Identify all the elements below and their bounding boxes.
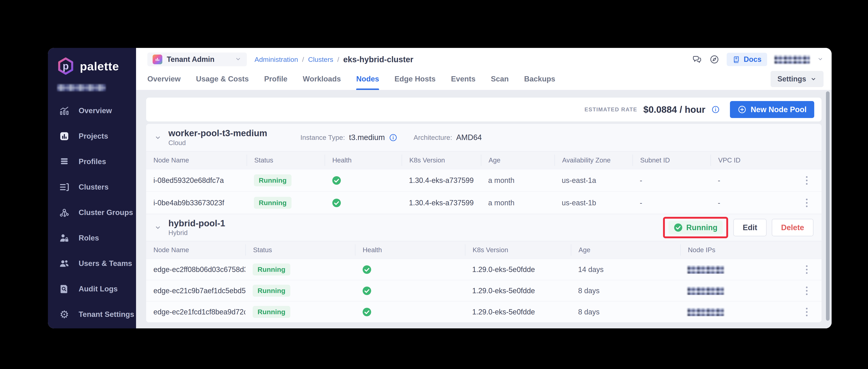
docs-button[interactable]: Docs	[727, 53, 767, 66]
screenshot-root: p palette Overview	[0, 0, 868, 369]
network-nodes-icon	[59, 207, 70, 218]
sidebar-item-label: Tenant Settings	[79, 310, 134, 319]
health-ok-icon	[362, 286, 372, 296]
node-ips-cell	[680, 286, 792, 295]
k8s-version-cell: 1.29.0-eks-5e0fdde	[465, 308, 571, 316]
health-cell	[324, 198, 402, 208]
settings-button[interactable]: Settings	[771, 71, 824, 87]
user-name-redacted	[774, 55, 810, 64]
new-node-pool-button[interactable]: New Node Pool	[730, 101, 814, 118]
vpc-id-cell: -	[711, 198, 792, 207]
instance-type-label: Instance Type:	[300, 133, 345, 142]
pool-actions: Running Edit Delete	[663, 217, 813, 238]
row-actions-kebab[interactable]	[792, 265, 822, 274]
breadcrumb-clusters[interactable]: Clusters	[308, 56, 333, 63]
person-lock-icon	[59, 233, 70, 244]
main-area: Tenant Admin Administration / Clusters /…	[136, 48, 832, 328]
table-row: i-08ed59320e68dfc7a Running 1.30.4-eks-a…	[146, 169, 822, 191]
column-header: Age	[481, 155, 555, 166]
feedback-chat-icon[interactable]	[692, 54, 702, 64]
k8s-version-cell: 1.29.0-eks-5e0fdde	[465, 265, 571, 274]
breadcrumb: Administration / Clusters / eks-hybrid-c…	[254, 55, 413, 64]
breadcrumb-separator: /	[337, 56, 339, 63]
availability-zone-cell: us-east-1a	[555, 176, 632, 185]
check-circle-icon	[674, 223, 683, 232]
docs-label: Docs	[744, 55, 762, 64]
sidebar-item-users-teams[interactable]: Users & Teams	[48, 251, 136, 276]
sidebar-item-clusters[interactable]: Clusters	[48, 175, 136, 200]
nodes-page-body: ESTIMATED RATE $0.0884 / hour New Node P…	[136, 90, 832, 328]
kebab-icon	[806, 198, 808, 207]
tab-overview[interactable]: Overview	[147, 68, 181, 90]
column-header: Subnet ID	[632, 155, 711, 166]
pool-meta: Instance Type: t3.medium Architecture: A…	[300, 133, 482, 142]
health-ok-icon	[332, 176, 341, 185]
overview-chart-icon	[59, 105, 70, 116]
sidebar-item-cluster-groups[interactable]: Cluster Groups	[48, 200, 136, 225]
k8s-version-cell: 1.30.4-eks-a737599	[402, 176, 481, 185]
sidebar-item-profiles[interactable]: Profiles	[48, 149, 136, 175]
column-header: Health	[355, 244, 465, 256]
status-cell: Running	[247, 197, 324, 209]
delete-pool-button[interactable]: Delete	[772, 219, 813, 236]
node-ips-cell	[680, 308, 792, 316]
svg-text:p: p	[63, 60, 69, 71]
pool-name: worker-pool-t3-medium	[168, 128, 267, 138]
status-badge: Running	[254, 197, 291, 209]
sidebar-item-audit-logs[interactable]: Audit Logs	[48, 276, 136, 302]
instance-type-info-icon[interactable]	[389, 133, 397, 142]
k8s-version-cell: 1.30.4-eks-a737599	[402, 198, 481, 207]
red-highlight-annotation: Running	[663, 217, 728, 238]
tab-usage-costs[interactable]: Usage & Costs	[196, 68, 249, 90]
sidebar-item-tenant-settings[interactable]: ⚙ Tenant Settings	[48, 302, 136, 327]
tab-workloads[interactable]: Workloads	[303, 68, 341, 90]
vertical-scrollbar[interactable]	[826, 91, 830, 321]
pool-title-block: worker-pool-t3-medium Cloud	[168, 128, 267, 147]
edit-pool-button[interactable]: Edit	[733, 219, 767, 236]
row-actions-kebab[interactable]	[792, 308, 822, 316]
collapse-chevron-icon[interactable]	[154, 224, 161, 231]
estimated-rate-label: ESTIMATED RATE	[585, 106, 638, 113]
subnet-id-cell: -	[632, 198, 711, 207]
health-cell	[355, 307, 465, 317]
compass-help-icon[interactable]	[709, 54, 719, 64]
pool-title-block: hybrid-pool-1 Hybrid	[168, 218, 225, 237]
status-cell: Running	[245, 264, 355, 275]
health-cell	[355, 286, 465, 296]
projects-icon	[59, 131, 70, 142]
rate-info-icon[interactable]	[711, 105, 720, 114]
tab-nodes[interactable]: Nodes	[356, 68, 379, 90]
breadcrumb-administration[interactable]: Administration	[254, 56, 298, 63]
row-actions-kebab[interactable]	[792, 198, 822, 207]
tab-edge-hosts[interactable]: Edge Hosts	[394, 68, 436, 90]
topbar: Tenant Admin Administration / Clusters /…	[136, 48, 832, 68]
sidebar: p palette Overview	[48, 48, 136, 328]
sidebar-item-overview[interactable]: Overview	[48, 98, 136, 123]
tab-events[interactable]: Events	[451, 68, 475, 90]
worker-pool-table-header: Node Name Status Health K8s Version Age …	[146, 151, 822, 169]
pool-status-badge: Running	[669, 221, 723, 235]
collapse-chevron-icon[interactable]	[154, 134, 161, 141]
kebab-icon	[806, 265, 808, 274]
row-actions-kebab[interactable]	[792, 176, 822, 185]
health-ok-icon	[332, 198, 341, 208]
sidebar-item-projects[interactable]: Projects	[48, 123, 136, 149]
column-header: Status	[245, 244, 355, 256]
instance-type-value: t3.medium	[349, 133, 385, 142]
tab-profile[interactable]: Profile	[264, 68, 287, 90]
user-menu-chevron-icon[interactable]	[817, 56, 824, 63]
pool-header-worker-pool: worker-pool-t3-medium Cloud Instance Typ…	[146, 124, 822, 151]
tab-scan[interactable]: Scan	[491, 68, 508, 90]
column-header: K8s Version	[402, 155, 481, 166]
sidebar-item-label: Projects	[79, 132, 108, 141]
node-name-cell: edge-ec2ff08b06d03c6758d3…	[146, 265, 245, 274]
status-badge: Running	[253, 264, 290, 275]
estimated-rate-value: $0.0884 / hour	[644, 104, 706, 115]
book-icon	[732, 55, 740, 63]
sidebar-item-roles[interactable]: Roles	[48, 225, 136, 251]
tab-backups[interactable]: Backups	[524, 68, 555, 90]
layers-stack-icon	[59, 156, 70, 167]
pool-kind: Hybrid	[168, 229, 225, 237]
scope-selector[interactable]: Tenant Admin	[147, 53, 247, 66]
row-actions-kebab[interactable]	[792, 286, 822, 295]
